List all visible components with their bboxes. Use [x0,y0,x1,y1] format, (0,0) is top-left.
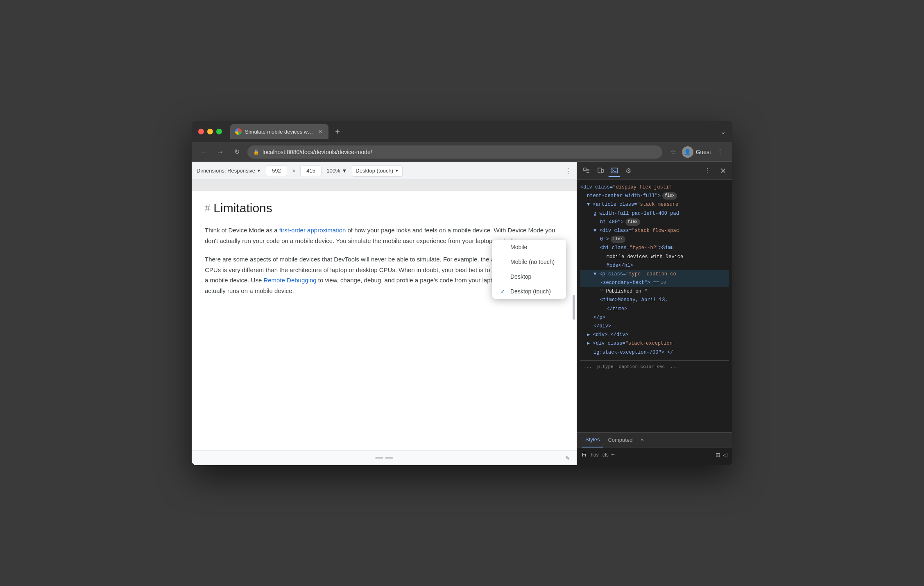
minimize-button[interactable] [207,129,213,134]
svg-rect-7 [611,168,618,173]
close-button[interactable] [198,129,204,134]
html-line-selected-2[interactable]: -secondary-text"> == $0 [580,279,729,287]
menu-icon[interactable]: ⋮ [714,146,726,158]
html-line: ntent-center width-full"> flex [580,192,729,200]
devtools-more-icon[interactable]: ⋮ [701,165,713,177]
heading-text: Limitations [213,201,272,215]
flex-badge: flex [662,192,677,200]
back-button[interactable]: ← [198,146,210,158]
dropdown-item-desktop-touch[interactable]: ✓ Desktop (touch) [492,284,566,299]
html-line: <h1 class="type--h2">Simu [580,244,729,252]
flex-badge-2: flex [625,218,640,226]
filter-cls[interactable]: .cls [601,452,609,458]
dimension-separator: × [292,168,295,174]
dropdown-label-mobile-no-touch: Mobile (no touch) [510,259,555,265]
width-input[interactable] [266,166,287,176]
html-line: </time> [580,305,729,313]
html-code: <div class="display-flex justif ntent-ce… [577,183,732,371]
new-tab-button[interactable]: + [332,126,343,137]
pen-icon: ✎ [565,455,570,461]
html-line-selected[interactable]: ▼ <p class="type--caption co [580,270,729,279]
maximize-button[interactable] [216,129,222,134]
filter-input[interactable]: Fi [582,452,586,458]
traffic-lights [198,129,222,134]
lock-icon: 🔒 [253,149,259,155]
html-line: 0"> flex [580,235,729,244]
html-line: ht-400"> flex [580,218,729,227]
device-mode-icon[interactable] [594,165,607,177]
reload-button[interactable]: ↻ [231,146,242,158]
dropdown-label-desktop: Desktop [510,273,531,280]
dropdown-item-desktop[interactable]: Desktop [492,269,566,284]
devtools-filter-row: Fi :hov .cls + ⊞ ◁ [577,447,732,462]
html-line: <time>Monday, April 13, [580,296,729,304]
bottom-line-1 [375,457,383,459]
dropdown-label-desktop-touch: Desktop (touch) [510,288,551,295]
toolbar-more-button[interactable]: ⋮ [564,166,572,175]
html-line: <div class="display-flex justif [580,183,729,192]
inspector-icon[interactable] [580,165,593,177]
styles-icon-2[interactable]: ◁ [723,452,727,458]
html-line: " Published on " [580,287,729,296]
devtools-styles-panel: Styles Computed » Fi :hov .cls + ⊞ ◁ [577,432,732,465]
heading-hash: # [205,202,210,214]
tab-title: Simulate mobile devices with D [245,129,314,135]
html-line: ▶ <div>…</div> [580,331,729,339]
bottom-line-2 [385,457,393,459]
bookmark-icon[interactable]: ☆ [667,146,679,158]
html-line: mobile devices with Device [580,253,729,261]
profile-button[interactable]: 👤 Guest [682,146,711,158]
console-icon[interactable] [608,165,621,177]
html-line: ▼ <article class="stack measure [580,200,729,209]
breadcrumb: ... p.type--caption.color-sec ... [580,364,682,369]
devtools-close-icon[interactable]: ✕ [717,165,729,177]
svg-point-6 [599,172,600,172]
tab-more[interactable]: » [637,433,647,447]
main-area: Dimensions: Responsive ▼ × 100% ▼ Deskto… [192,162,732,465]
tab-styles[interactable]: Styles [582,433,603,447]
active-tab[interactable]: Simulate mobile devices with D ✕ [230,124,328,139]
styles-icon-1[interactable]: ⊞ [716,452,720,458]
svg-rect-5 [602,169,603,173]
dropdown-label-mobile: Mobile [510,244,527,250]
tab-bar: Simulate mobile devices with D ✕ + ⌄ [230,124,726,139]
html-line: ▼ <div class="stack flow-spac [580,227,729,235]
page-bottom-bar: ✎ [192,450,577,465]
filter-tags: :hov .cls + [589,451,615,459]
address-bar[interactable]: 🔒 localhost:8080/docs/devtools/device-mo… [247,145,662,159]
forward-button[interactable]: → [215,146,226,158]
article-content: # Limitations Think of Device Mode as a … [192,191,577,450]
check-icon-mobile [500,244,507,250]
browser-window: Simulate mobile devices with D ✕ + ⌄ ← →… [192,121,732,465]
svg-rect-0 [584,168,586,170]
check-icon-mobile-no-touch [500,259,507,265]
zoom-selector[interactable]: 100% ▼ [326,168,347,174]
page-frame: # Limitations Think of Device Mode as a … [192,180,577,465]
device-toolbar: Dimensions: Responsive ▼ × 100% ▼ Deskto… [192,162,577,180]
check-icon-desktop [500,273,507,280]
filter-hov[interactable]: :hov [589,452,599,458]
nav-bar: ← → ↻ 🔒 localhost:8080/docs/devtools/dev… [192,142,732,162]
devtools-panel: ⚙ ⋮ ✕ <div class="display-flex justif nt… [577,162,732,465]
dropdown-item-mobile[interactable]: Mobile [492,240,566,254]
height-input[interactable] [300,166,322,176]
nav-bar-end: ☆ 👤 Guest ⋮ [667,146,726,158]
tab-computed[interactable]: Computed [605,433,636,447]
page-scrollbar[interactable] [573,295,575,320]
remote-debugging-link[interactable]: Remote Debugging [263,277,316,284]
devtools-content: <div class="display-flex justif ntent-ce… [577,180,732,432]
url-text: localhost:8080/docs/devtools/device-mode… [263,149,372,155]
device-dropdown-menu: Mobile Mobile (no touch) Desktop ✓ Deskt… [492,240,566,299]
settings-icon[interactable]: ⚙ [622,165,634,177]
first-order-link[interactable]: first-order approximation [279,227,346,234]
dimensions-chevron-icon: ▼ [257,168,261,173]
avatar: 👤 [682,146,693,158]
device-selector[interactable]: Desktop (touch) ▼ [352,165,403,177]
tab-close-button[interactable]: ✕ [317,128,324,135]
dropdown-item-mobile-no-touch[interactable]: Mobile (no touch) [492,254,566,269]
article-heading: # Limitations [205,201,564,215]
html-line: </p> [580,313,729,322]
dimensions-label: Dimensions: Responsive ▼ [197,168,261,174]
filter-plus-icon[interactable]: + [611,451,615,459]
profile-name: Guest [696,149,711,155]
